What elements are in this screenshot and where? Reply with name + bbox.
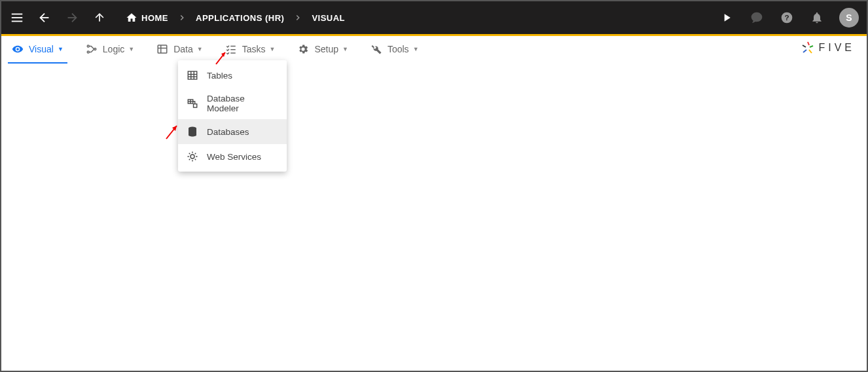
breadcrumb-app-label: APPLICATIONS (HR) [196, 13, 284, 23]
comment-icon[interactable] [749, 10, 765, 26]
svg-point-5 [87, 45, 89, 47]
logic-icon [86, 43, 98, 55]
logo-mark-icon [800, 40, 816, 56]
breadcrumb-sep-1 [177, 13, 187, 22]
topbar-right: ? S [719, 8, 859, 28]
breadcrumb-page-label: VISUAL [312, 13, 345, 23]
bell-icon[interactable] [809, 10, 825, 26]
tab-tools[interactable]: Tools ▼ [371, 38, 419, 60]
breadcrumb-applications[interactable]: APPLICATIONS (HR) [196, 13, 284, 23]
gear-icon [297, 43, 309, 55]
tab-visual-label: Visual [29, 44, 54, 54]
dropdown-item-webservices[interactable]: Web Services [178, 144, 287, 169]
avatar[interactable]: S [839, 8, 859, 28]
tab-tools-label: Tools [388, 44, 409, 54]
database-icon [186, 125, 199, 138]
chevron-down-icon: ▼ [58, 46, 63, 52]
modeler-icon [186, 97, 199, 110]
up-icon[interactable] [92, 10, 107, 26]
svg-point-7 [94, 48, 96, 50]
tab-tasks[interactable]: Tasks ▼ [225, 38, 276, 60]
breadcrumb-home-label: HOME [141, 13, 168, 23]
tab-logic[interactable]: Logic ▼ [86, 38, 134, 60]
tools-icon [371, 43, 382, 55]
dropdown-item-modeler[interactable]: Database Modeler [178, 88, 287, 119]
tab-data-label: Data [173, 44, 193, 54]
tasks-icon [225, 43, 237, 55]
dropdown-modeler-label: Database Modeler [207, 94, 279, 113]
tab-visual[interactable]: Visual ▼ [12, 38, 63, 60]
svg-point-6 [87, 51, 89, 53]
tab-logic-label: Logic [103, 44, 124, 54]
back-icon[interactable] [37, 10, 52, 26]
topbar-left: HOME APPLICATIONS (HR) VISUAL [9, 10, 345, 26]
dropdown-item-tables[interactable]: Tables [178, 63, 287, 88]
grid-icon [186, 69, 199, 82]
brand-text: FIVE [818, 42, 855, 54]
dropdown-item-databases[interactable]: Databases [178, 119, 287, 144]
chevron-down-icon: ▼ [342, 46, 348, 52]
svg-marker-28 [172, 126, 177, 131]
brand-logo: FIVE [800, 40, 855, 56]
svg-rect-20 [193, 104, 196, 107]
help-icon[interactable]: ? [779, 10, 795, 26]
avatar-initial: S [846, 12, 852, 23]
dropdown-webservices-label: Web Services [207, 152, 261, 162]
forward-icon [64, 10, 80, 26]
topbar: HOME APPLICATIONS (HR) VISUAL [1, 1, 867, 34]
svg-line-27 [166, 126, 177, 139]
breadcrumb-home[interactable]: HOME [126, 12, 168, 24]
chevron-down-icon: ▼ [197, 46, 203, 52]
tab-data[interactable]: Data ▼ [156, 38, 203, 60]
chevron-down-icon: ▼ [270, 46, 276, 52]
breadcrumb-sep-2 [293, 13, 302, 22]
svg-text:?: ? [784, 13, 789, 22]
hamburger-icon[interactable] [9, 10, 25, 26]
table-icon [156, 43, 168, 55]
dropdown-databases-label: Databases [207, 127, 249, 137]
breadcrumb-visual[interactable]: VISUAL [312, 13, 345, 23]
svg-rect-8 [158, 45, 167, 53]
chevron-down-icon: ▼ [413, 46, 419, 52]
play-icon[interactable] [719, 10, 734, 26]
breadcrumb: HOME APPLICATIONS (HR) VISUAL [126, 12, 345, 24]
svg-point-24 [190, 155, 194, 158]
eye-icon [12, 43, 24, 55]
tabrow: Visual ▼ Logic ▼ Data ▼ Tasks ▼ [1, 36, 867, 62]
chevron-down-icon: ▼ [128, 46, 134, 52]
tab-setup-label: Setup [314, 44, 338, 54]
tab-tasks-label: Tasks [242, 44, 266, 54]
tab-setup[interactable]: Setup ▼ [297, 38, 348, 60]
data-dropdown: Tables Database Modeler Databases Web Se… [178, 60, 287, 172]
home-icon [126, 12, 137, 24]
api-icon [186, 150, 199, 163]
svg-rect-14 [188, 71, 197, 79]
dropdown-tables-label: Tables [207, 71, 232, 81]
